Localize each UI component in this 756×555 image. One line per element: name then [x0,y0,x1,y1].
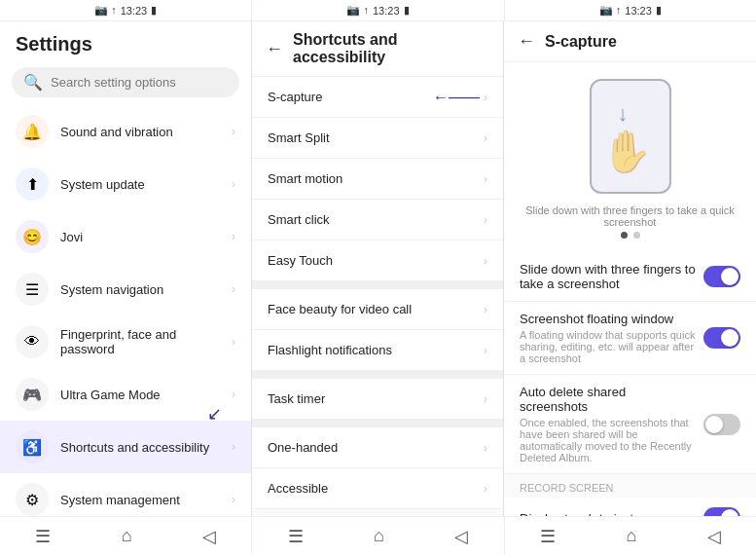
menu-icon-1[interactable]: ☰ [35,526,51,547]
shortcut-item-accessible[interactable]: Accessible › [252,468,503,509]
back-icon-2[interactable]: ◁ [454,526,468,547]
sound-icon: 🔔 [16,115,49,148]
task-timer-label: Task timer [268,391,484,406]
status-panel-1: 📷 ↑ 13:23 ▮ [0,0,252,20]
system-mgmt-icon: ⚙ [16,483,49,516]
record-screen-label: Record Screen [520,482,614,494]
ultra-game-label: Ultra Game Mode [60,388,220,402]
toggle-auto-delete: Auto delete shared screenshots Once enab… [504,375,756,474]
status-panel-3: 📷 ↑ 13:23 ▮ [505,0,756,20]
toggle-display-touch-switch[interactable] [703,507,740,516]
toggle-auto-delete-switch[interactable] [703,414,740,435]
toggle-floating-text: Screenshot floating window A floating wi… [520,312,696,364]
divider-2 [252,371,503,379]
shortcuts-icon: ♿ [16,430,49,463]
jovi-label: Jovi [60,230,220,244]
sidebar-item-shortcuts[interactable]: ♿ Shortcuts and accessibility › ↙ [0,421,251,473]
shortcuts-back-button[interactable]: ← [266,39,283,59]
hand-icon: ✋ [601,128,652,175]
search-input[interactable] [51,75,228,90]
back-icon-3[interactable]: ◁ [707,526,721,547]
flashlight-label: Flashlight notifications [268,343,484,357]
main-content: Settings 🔍 🔔 Sound and vibration › ⬆ Sys… [0,21,756,516]
shortcut-item-task-timer[interactable]: Task timer › [252,379,503,420]
scapture-list: ↓ ✋ Slide down with three fingers to tak… [504,62,756,516]
dot-1 [621,232,628,239]
home-icon-1[interactable]: ⌂ [122,526,132,546]
toggle-auto-delete-title: Auto delete shared screenshots [520,385,696,414]
scapture-back-button[interactable]: ← [518,31,535,52]
sidebar-item-jovi[interactable]: 😊 Jovi › [0,210,251,263]
toggle-slide-down-row: Slide down with three fingers to take a … [520,262,740,291]
shortcut-item-smart-motion[interactable]: Smart motion › [252,159,503,200]
status-time-2: 13:23 [373,5,400,17]
shortcuts-label: Shortcuts and accessibility [60,440,220,455]
shortcut-item-smart-click[interactable]: Smart click › [252,200,503,240]
toggle-auto-delete-row: Auto delete shared screenshots Once enab… [520,385,740,463]
record-screen-header: Record Screen [504,474,756,498]
ultra-game-icon: 🎮 [16,378,49,411]
jovi-icon: 😊 [16,220,49,253]
sidebar-item-system-update[interactable]: ⬆ System update › [0,158,251,210]
toggle-display-touch-knob [721,509,738,516]
sidebar-item-sound[interactable]: 🔔 Sound and vibration › [0,105,251,158]
dot-2 [633,232,640,239]
sidebar-item-system-nav[interactable]: ☰ System navigation › [0,263,251,315]
shortcut-item-one-handed[interactable]: One-handed › [252,427,503,468]
panel-settings: Settings 🔍 🔔 Sound and vibration › ⬆ Sys… [0,21,252,516]
menu-icon-3[interactable]: ☰ [540,526,556,547]
search-box[interactable]: 🔍 [12,67,239,97]
fingerprint-icon: 👁 [16,325,49,358]
toggle-slide-down-knob [721,268,738,285]
panel-scapture: ← S-capture ↓ ✋ Slide down with three fi… [504,21,756,516]
divider-1 [252,281,503,289]
shortcut-item-scapture[interactable]: S-capture ←—— › [252,77,503,118]
toggle-slide-down: Slide down with three fingers to take a … [504,252,756,302]
scapture-illustration: ↓ ✋ Slide down with three fingers to tak… [504,62,756,252]
shortcut-item-smart-split[interactable]: Smart Split › [252,118,503,159]
bottom-bars: ☰ ⌂ ◁ ☰ ⌂ ◁ ☰ ⌂ ◁ [0,516,756,555]
scapture-header: ← S-capture [504,21,756,62]
shortcut-item-easy-touch[interactable]: Easy Touch › [252,240,503,281]
status-battery-1: ▮ [151,4,157,17]
system-nav-label: System navigation [60,282,220,297]
dots-indicator [621,232,640,239]
toggle-floating-title: Screenshot floating window [520,312,696,326]
face-beauty-label: Face beauty for video call [268,302,484,316]
sidebar-item-system-mgmt[interactable]: ⚙ System management › [0,473,251,516]
sidebar-item-fingerprint[interactable]: 👁 Fingerprint, face and password › [0,315,251,368]
bottom-bar-3: ☰ ⌂ ◁ [505,517,756,555]
sidebar-item-ultra-game[interactable]: 🎮 Ultra Game Mode › [0,368,251,421]
status-icons-2: 📷 ↑ [346,4,369,17]
bottom-bar-2: ☰ ⌂ ◁ [252,517,504,555]
shortcut-item-face-beauty[interactable]: Face beauty for video call › [252,289,503,330]
toggle-floating-subtitle: A floating window that supports quick sh… [520,329,696,364]
toggle-floating-switch[interactable] [703,327,740,349]
home-icon-2[interactable]: ⌂ [374,526,384,546]
menu-icon-2[interactable]: ☰ [288,526,304,547]
back-icon-1[interactable]: ◁ [202,526,216,547]
toggle-auto-delete-text: Auto delete shared screenshots Once enab… [520,385,696,463]
status-icons-3: 📷 ↑ [599,4,622,17]
toggle-auto-delete-subtitle: Once enabled, the screenshots that have … [520,417,696,463]
system-nav-icon: ☰ [16,273,49,306]
shortcuts-title: Shortcuts and accessibility [293,31,489,66]
shortcuts-list: S-capture ←—— › Smart Split › Smart moti… [252,77,503,516]
toggle-floating-row: Screenshot floating window A floating wi… [520,312,740,364]
smart-click-label: Smart click [268,212,484,227]
status-bar: 📷 ↑ 13:23 ▮ 📷 ↑ 13:23 ▮ 📷 ↑ 13:23 ▮ [0,0,756,21]
toggle-display-touch-row: Display touch trajectory [520,507,740,516]
search-icon: 🔍 [23,73,43,92]
one-handed-label: One-handed [268,440,484,455]
status-time-1: 13:23 [121,5,148,17]
toggle-slide-down-switch[interactable] [703,266,740,287]
panel-shortcuts: ← Shortcuts and accessibility S-capture … [252,21,504,516]
shortcuts-header: ← Shortcuts and accessibility [252,21,503,77]
shortcut-item-flashlight[interactable]: Flashlight notifications › [252,330,503,371]
smart-motion-label: Smart motion [268,171,484,186]
illustration-caption: Slide down with three fingers to take a … [520,204,740,228]
fingerprint-label: Fingerprint, face and password [60,327,220,356]
home-icon-3[interactable]: ⌂ [626,526,636,546]
status-icons-1: 📷 ↑ [94,4,117,17]
divider-3 [252,420,503,427]
